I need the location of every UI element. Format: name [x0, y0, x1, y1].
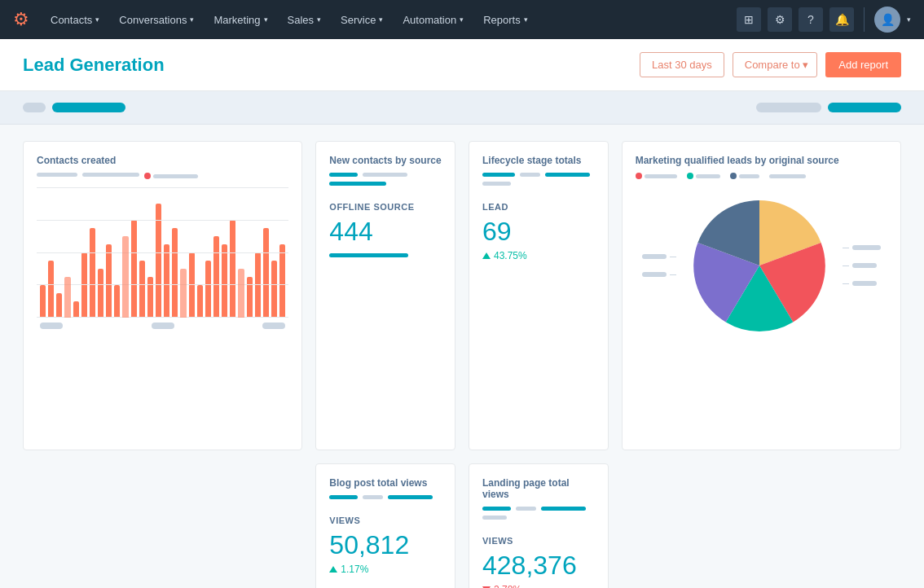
main-content: Contacts created	[0, 125, 924, 588]
chart-bar-20	[205, 261, 211, 318]
nav-conversations[interactable]: Conversations ▾	[111, 9, 202, 31]
chevron-down-icon: ▾	[317, 15, 321, 24]
pie-label-rbar-1	[852, 245, 881, 250]
lc-legend-3	[545, 173, 590, 177]
mql-legend-dot-gray	[730, 173, 737, 179]
lifecycle-metric-value: 69	[482, 217, 595, 247]
nav-sales[interactable]: Sales ▾	[279, 9, 330, 31]
nav-reports[interactable]: Reports ▾	[475, 9, 536, 31]
legend-bar-2	[82, 173, 139, 177]
help-icon[interactable]: ?	[799, 7, 823, 32]
chart-bar-26	[255, 252, 261, 318]
page-header: Lead Generation Last 30 days Compare to …	[0, 39, 924, 91]
mql-legend-bar-3	[739, 174, 759, 178]
landing-page-views-card: Landing page total views VIEWS 428,376 2…	[469, 463, 609, 588]
chart-bar-3	[64, 277, 70, 318]
legend-dot-red	[144, 173, 151, 179]
pie-svg	[686, 192, 833, 339]
lifecycle-legend	[482, 173, 595, 186]
chart-x-labels	[37, 323, 288, 329]
pie-label-bar-1	[642, 254, 667, 259]
chart-bar-11	[131, 220, 137, 318]
legend-bar-3	[153, 174, 198, 178]
blog-legend-2	[363, 495, 383, 499]
date-pill-teal-2	[828, 103, 901, 112]
pie-label-right-1	[843, 245, 881, 250]
chart-bar-1	[48, 261, 54, 318]
chevron-down-icon: ▾	[460, 15, 464, 24]
add-report-button[interactable]: Add report	[825, 52, 901, 77]
pie-label-left-2	[642, 272, 676, 277]
chart-bar-29	[279, 244, 285, 318]
avatar-chevron-icon[interactable]: ▾	[907, 15, 911, 24]
triangle-up-icon	[482, 252, 491, 259]
x-label-1	[40, 323, 63, 329]
pie-label-rline-3	[843, 283, 849, 284]
lc-legend-4	[482, 182, 511, 186]
date-bar-right	[756, 103, 901, 112]
compare-button[interactable]: Compare to ▾	[733, 52, 818, 77]
notifications-icon[interactable]: 🔔	[829, 7, 854, 32]
chart-bar-14	[156, 204, 161, 318]
new-contacts-metric-value: 444	[329, 217, 442, 247]
lp-change: 2.78%	[482, 584, 595, 588]
pie-label-rline-2	[843, 265, 849, 266]
chevron-down-icon: ▾	[803, 59, 808, 71]
chart-bar-2	[56, 293, 62, 318]
nav-contacts[interactable]: Contacts ▾	[42, 9, 108, 31]
legend-bar-1	[37, 173, 77, 177]
new-contacts-legend	[329, 173, 442, 186]
lp-metric-value: 428,376	[482, 551, 595, 581]
nav-marketing[interactable]: Marketing ▾	[205, 9, 275, 31]
lp-legend	[482, 507, 595, 520]
pie-label-line-2	[670, 274, 676, 275]
nav-service[interactable]: Service ▾	[332, 9, 391, 31]
avatar[interactable]: 👤	[874, 7, 900, 33]
pie-label-line-1	[670, 257, 676, 257]
bar-chart	[37, 187, 288, 318]
legend-bar-teal2	[329, 182, 386, 186]
lifecycle-title: Lifecycle stage totals	[482, 155, 595, 166]
contacts-created-card: Contacts created	[23, 141, 302, 450]
nav-automation[interactable]: Automation ▾	[394, 9, 472, 31]
header-actions: Last 30 days Compare to ▾ Add report	[640, 52, 901, 77]
chart-bar-25	[247, 277, 253, 318]
chart-bar-24	[238, 269, 244, 318]
lifecycle-stage-card: Lifecycle stage totals LEAD 69 43.75%	[469, 141, 609, 450]
mql-legend-bar-4	[769, 174, 806, 178]
chart-bar-15	[164, 244, 169, 318]
search-icon[interactable]: ⊞	[737, 7, 761, 32]
hubspot-logo[interactable]: ⚙	[13, 9, 29, 30]
mql-legend-dot-red	[636, 173, 642, 179]
chart-bar-9	[114, 285, 120, 318]
blog-post-views-card: Blog post total views VIEWS 50,812 1.17%	[315, 463, 455, 588]
date-filter-button[interactable]: Last 30 days	[640, 52, 724, 77]
blog-legend-3	[388, 495, 433, 499]
nav-right-actions: ⊞ ⚙ ? 🔔 👤 ▾	[737, 7, 911, 33]
chart-bar-21	[213, 236, 219, 318]
date-pill-gray-2	[756, 103, 821, 112]
chart-bar-19	[197, 285, 203, 318]
chart-bar-7	[98, 269, 103, 318]
mql-legend-bar-1	[645, 174, 677, 178]
chart-bar-22	[222, 244, 227, 318]
new-contacts-metric-label: OFFLINE SOURCE	[329, 202, 442, 212]
pie-label-right-3	[843, 281, 881, 286]
pie-labels-left	[642, 254, 676, 277]
date-pill-teal-1	[52, 103, 125, 112]
chart-bar-4	[73, 301, 79, 318]
legend-bar-gray	[363, 173, 407, 177]
triangle-up-icon-2	[329, 566, 337, 573]
x-label-2	[152, 323, 174, 329]
legend-bar-teal	[329, 173, 358, 177]
top-card-row: Contacts created	[23, 141, 901, 450]
blog-change: 1.17%	[329, 564, 442, 575]
nav-divider	[864, 7, 865, 32]
blog-post-title: Blog post total views	[329, 477, 442, 489]
lp-legend-1	[482, 507, 511, 511]
chart-bar-8	[106, 244, 112, 318]
chart-bar-16	[172, 228, 178, 318]
settings-icon[interactable]: ⚙	[768, 7, 792, 32]
lifecycle-metric: LEAD 69 43.75%	[482, 202, 595, 261]
chart-bar-6	[90, 228, 95, 318]
